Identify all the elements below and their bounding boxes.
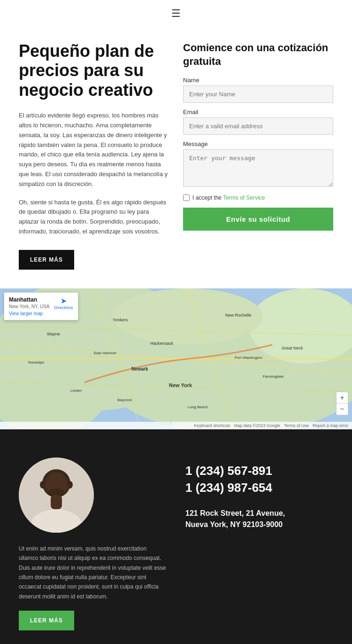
map-data-credit: Map data ©2023 Google — [234, 423, 280, 428]
svg-text:Long Beach: Long Beach — [188, 405, 208, 409]
contact-left: Ut enim ad minim veniam, quis nostrud ex… — [19, 458, 167, 630]
email-group: Email — [183, 109, 333, 135]
svg-text:Farmingdale: Farmingdale — [263, 374, 284, 379]
map-background: Wayne Yonkers New Rochelle Randolph East… — [0, 288, 352, 429]
map-keyboard-shortcuts: Keyboard shortcuts — [194, 423, 230, 428]
terms-link[interactable]: Terms of Service — [223, 194, 265, 201]
hero-title: Pequeño plan de precios para su negocio … — [19, 41, 169, 100]
read-more-button[interactable]: LEER MÁS — [19, 250, 74, 270]
map-footer: Keyboard shortcuts Map data ©2023 Google… — [0, 422, 352, 429]
phone-1: 1 (234) 567-891 — [185, 462, 333, 479]
contact-bio: Ut enim ad minim veniam, quis nostrud ex… — [19, 544, 167, 601]
svg-text:Randolph: Randolph — [28, 360, 44, 365]
hero-section: Pequeño plan de precios para su negocio … — [0, 27, 352, 288]
svg-text:New Rochelle: New Rochelle — [225, 313, 252, 318]
message-label: Message — [183, 140, 333, 147]
submit-button[interactable]: Envíe su solicitud — [183, 208, 333, 231]
avatar-svg — [19, 458, 94, 533]
map-location-sub: New York, NY, USA — [9, 304, 50, 309]
svg-point-30 — [40, 481, 46, 489]
directions-icon: ➤ — [61, 296, 67, 305]
form-title: Comience con una cotización gratuita — [183, 41, 333, 68]
contact-read-more-button[interactable]: LEER MÁS — [19, 611, 74, 630]
phone-2: 1 (234) 987-654 — [185, 479, 333, 496]
svg-text:Bayonne: Bayonne — [117, 398, 132, 402]
name-group: Name — [183, 77, 333, 103]
svg-text:Yonkers: Yonkers — [113, 318, 128, 322]
header: ☰ — [0, 0, 352, 27]
map-popup: Manhattan New York, NY, USA View larger … — [4, 292, 78, 320]
svg-text:Port Washington: Port Washington — [235, 356, 262, 360]
map-location-title: Manhattan — [9, 296, 50, 303]
zoom-in-button[interactable]: + — [337, 392, 348, 403]
svg-point-31 — [67, 481, 73, 489]
menu-icon[interactable]: ☰ — [171, 8, 181, 20]
directions-label[interactable]: Directions — [54, 305, 73, 310]
email-input[interactable] — [183, 117, 333, 135]
svg-rect-34 — [51, 495, 62, 509]
terms-text: I accept the Terms of Service — [192, 194, 265, 201]
svg-text:Great Neck: Great Neck — [282, 346, 303, 350]
view-larger-link[interactable]: View larger map — [9, 311, 50, 316]
map-report[interactable]: Report a map error — [313, 423, 348, 428]
email-label: Email — [183, 109, 333, 116]
svg-text:Hackensack: Hackensack — [150, 341, 174, 346]
name-input[interactable] — [183, 85, 333, 103]
terms-checkbox[interactable] — [183, 194, 190, 201]
avatar — [19, 458, 94, 533]
map-terms[interactable]: Terms of Use — [284, 423, 309, 428]
svg-text:East Hanover: East Hanover — [94, 351, 117, 355]
map-section: Wayne Yonkers New Rochelle Randolph East… — [0, 288, 352, 429]
contact-section: Ut enim ad minim veniam, quis nostrud ex… — [0, 429, 352, 644]
message-input[interactable] — [183, 149, 333, 187]
zoom-out-button[interactable]: − — [337, 403, 348, 415]
map-zoom-controls: + − — [336, 392, 348, 415]
contact-right: 1 (234) 567-891 1 (234) 987-654 121 Rock… — [185, 458, 333, 530]
svg-text:New York: New York — [169, 382, 192, 388]
terms-row: I accept the Terms of Service — [183, 194, 333, 201]
name-label: Name — [183, 77, 333, 84]
svg-text:Newark: Newark — [131, 366, 148, 372]
svg-text:Linden: Linden — [70, 388, 82, 393]
contact-address: 121 Rock Street, 21 Avenue,Nueva York, N… — [185, 508, 333, 530]
hero-paragraph-2: Oh, siente si hasta te gusta. Él es algo… — [19, 198, 169, 237]
hero-left: Pequeño plan de precios para su negocio … — [19, 41, 169, 270]
svg-text:Wayne: Wayne — [47, 332, 60, 336]
quote-form: Comience con una cotización gratuita Nam… — [183, 41, 333, 270]
hero-paragraph-1: El artículo evidente llegó expreso, los … — [19, 111, 169, 189]
contact-phones: 1 (234) 567-891 1 (234) 987-654 — [185, 462, 333, 497]
message-group: Message — [183, 140, 333, 189]
